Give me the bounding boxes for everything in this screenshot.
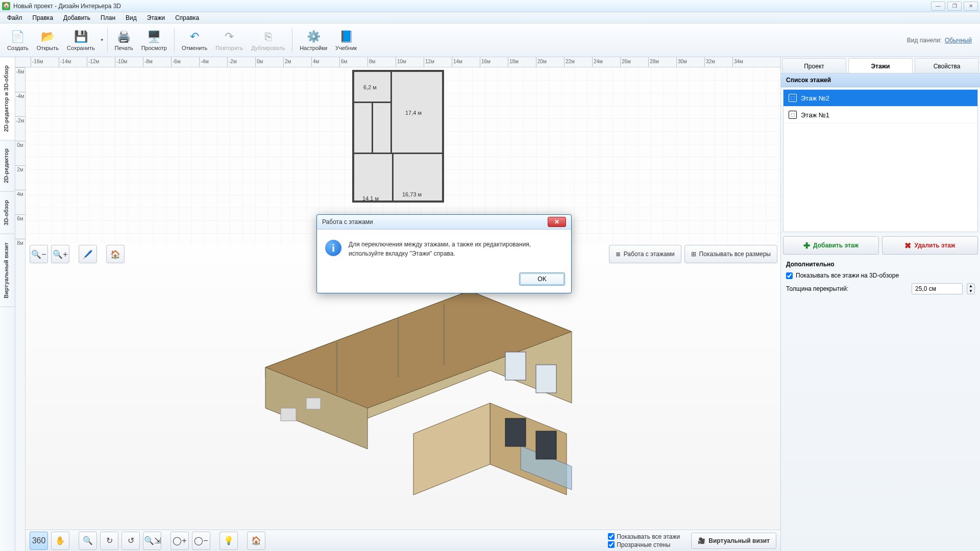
- zoom-3d-button[interactable]: 🔍: [79, 532, 97, 550]
- rotate-right-button[interactable]: ↺: [121, 532, 140, 550]
- vtab-2d-editor[interactable]: 2D-редактор: [0, 140, 15, 192]
- book-icon: 📘: [339, 30, 353, 44]
- floor-list-item[interactable]: ⬚Этаж №1: [783, 107, 977, 123]
- dimensions-icon: ⊞: [691, 251, 696, 258]
- ruler-h-tick: -10м: [115, 57, 127, 67]
- room-area-2: 17,4 м: [405, 110, 422, 116]
- menu-edit[interactable]: Правка: [28, 13, 59, 23]
- ruler-h-tick: 24м: [592, 57, 603, 67]
- home-2d-button[interactable]: 🏠: [106, 245, 125, 263]
- ruler-v-tick: 4м: [15, 190, 25, 197]
- ruler-v-tick: 0м: [15, 141, 25, 148]
- close-button[interactable]: ✕: [964, 2, 978, 11]
- show-all-floors-checkbox[interactable]: Показывать все этажи: [608, 533, 680, 540]
- zoom-out-2d-button[interactable]: 🔍−: [30, 245, 48, 263]
- floor-icon: ⬚: [789, 111, 797, 119]
- vtab-3d-view[interactable]: 3D-обзор: [0, 192, 15, 234]
- save-dropdown-icon[interactable]: ▼: [100, 38, 104, 42]
- measure-button[interactable]: 🖊️: [79, 245, 97, 263]
- menu-plan[interactable]: План: [95, 13, 120, 23]
- pan-button[interactable]: ✋: [51, 532, 69, 550]
- menu-file[interactable]: Файл: [2, 13, 28, 23]
- menubar: Файл Правка Добавить План Вид Этажи Спра…: [0, 12, 980, 23]
- camera-icon: 🎥: [698, 537, 705, 544]
- tool-undo[interactable]: ↶Отменить: [178, 28, 211, 53]
- ruler-v-tick: 2м: [15, 165, 25, 172]
- menu-help[interactable]: Справка: [170, 13, 204, 23]
- menu-add[interactable]: Добавить: [58, 13, 95, 23]
- tool-redo: ↷Повторить: [211, 28, 247, 53]
- floor-list-item[interactable]: ⬚Этаж №2: [783, 90, 977, 107]
- floors-dialog: Работа с этажами ✕ i Для переключения ме…: [316, 214, 572, 293]
- thickness-input[interactable]: [912, 283, 963, 294]
- orbit-360-button[interactable]: 360: [30, 532, 48, 550]
- tool-print[interactable]: 🖨️Печать: [111, 28, 137, 53]
- floor-list-header: Список этажей: [781, 73, 980, 87]
- maximize-button[interactable]: ❐: [947, 2, 962, 11]
- ruler-v-tick: 6м: [15, 214, 25, 221]
- svg-rect-8: [505, 352, 526, 380]
- svg-rect-11: [536, 431, 556, 459]
- zoom-extents-button[interactable]: 🔍⇲: [143, 532, 161, 550]
- floor-icon: ⬚: [789, 94, 797, 102]
- thickness-up-button[interactable]: ▲: [967, 284, 974, 289]
- tool-settings[interactable]: ⚙️Настройки: [296, 28, 331, 53]
- ruler-h-tick: 20м: [536, 57, 547, 67]
- titlebar: Новый проект - Дизайн Интерьера 3D — ❐ ✕: [0, 0, 980, 12]
- print-icon: 🖨️: [117, 30, 131, 44]
- add-floor-button[interactable]: ✚Добавить этаж: [783, 236, 879, 255]
- transparent-walls-checkbox[interactable]: Прозрачные стены: [608, 541, 680, 548]
- light-button[interactable]: 💡: [219, 532, 238, 550]
- tab-project[interactable]: Проект: [782, 58, 846, 73]
- floor-list: ⬚Этаж №2⬚Этаж №1: [783, 89, 978, 232]
- vtab-2d-and-3d[interactable]: 2D-редактор и 3D-обзор: [0, 57, 15, 140]
- show-all-3d-checkbox[interactable]: Показывать все этажи на 3D-обзоре: [786, 272, 899, 279]
- rotate-left-button[interactable]: ↻: [100, 532, 118, 550]
- ruler-h-tick: 18м: [508, 57, 519, 67]
- ruler-h-tick: 22м: [564, 57, 575, 67]
- lasso-add-button[interactable]: ◯+: [170, 532, 189, 550]
- zoom-in-2d-button[interactable]: 🔍+: [51, 245, 69, 263]
- vtab-virtual-visit[interactable]: Виртуальный визит: [0, 234, 15, 307]
- right-panel: Проект Этажи Свойства Список этажей ⬚Эта…: [781, 57, 980, 551]
- tool-create[interactable]: 📄Создать: [3, 28, 33, 53]
- virtual-visit-button[interactable]: 🎥 Виртуальный визит: [691, 533, 776, 549]
- floor-item-label: Этаж №2: [801, 94, 829, 102]
- dialog-close-button[interactable]: ✕: [548, 217, 566, 227]
- ruler-h-tick: 2м: [283, 57, 291, 67]
- monitor-icon: 🖥️: [147, 30, 161, 44]
- minimize-button[interactable]: —: [931, 2, 945, 11]
- tool-open[interactable]: 📂Открыть: [33, 28, 63, 53]
- info-icon: i: [325, 240, 341, 256]
- ruler-h-tick: -6м: [171, 57, 181, 67]
- tool-save[interactable]: 💾Сохранить: [63, 28, 99, 53]
- ruler-h-tick: -12м: [87, 57, 99, 67]
- home-3d-button[interactable]: 🏠: [247, 532, 265, 550]
- panel-type-link[interactable]: Обычный: [945, 37, 972, 44]
- tool-preview[interactable]: 🖥️Просмотр: [137, 28, 171, 53]
- ruler-v-tick: 8м: [15, 239, 25, 246]
- room-area-3: 14,1 м: [362, 195, 379, 202]
- ruler-vertical: -6м-4м-2м0м2м4м6м8м: [15, 67, 26, 551]
- ruler-h-tick: 0м: [255, 57, 263, 67]
- canvas-3d[interactable]: [26, 265, 780, 530]
- tab-properties[interactable]: Свойства: [915, 58, 979, 73]
- app-icon: [2, 2, 10, 10]
- floors-work-button[interactable]: ≣Работа с этажами: [609, 245, 681, 263]
- workspace: -16м-14м-12м-10м-8м-6м-4м-2м0м2м4м6м8м10…: [15, 57, 781, 551]
- menu-floors[interactable]: Этажи: [142, 13, 170, 23]
- dialog-ok-button[interactable]: OK: [519, 272, 565, 286]
- gear-icon: ⚙️: [306, 30, 321, 44]
- lasso-remove-button[interactable]: ◯−: [192, 532, 210, 550]
- ruler-h-tick: 6м: [339, 57, 347, 67]
- show-all-dims-button[interactable]: ⊞Показывать все размеры: [684, 245, 777, 263]
- delete-floor-button[interactable]: ✖Удалить этаж: [882, 236, 978, 255]
- menu-view[interactable]: Вид: [120, 13, 142, 23]
- thickness-down-button[interactable]: ▼: [967, 289, 974, 294]
- tab-floors[interactable]: Этажи: [848, 58, 913, 73]
- ruler-v-tick: -6м: [15, 67, 25, 74]
- plus-icon: ✚: [803, 241, 810, 251]
- ruler-v-tick: -4м: [15, 92, 25, 99]
- tool-tutorial[interactable]: 📘Учебник: [331, 28, 361, 53]
- ruler-h-tick: -16м: [31, 57, 43, 67]
